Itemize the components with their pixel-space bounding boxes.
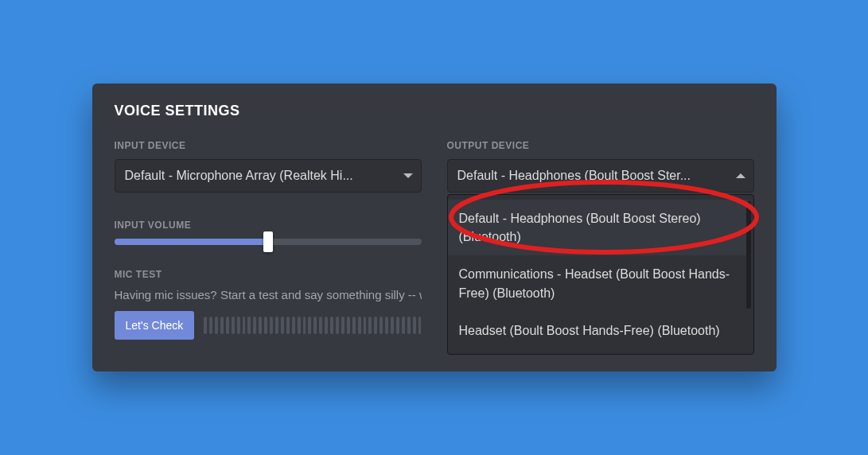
meter-bar — [358, 317, 361, 334]
meter-bar — [391, 317, 394, 334]
meter-bar — [281, 317, 284, 334]
mic-level-meter — [204, 317, 421, 334]
meter-bar — [215, 317, 218, 334]
meter-bar — [385, 317, 388, 334]
dropdown-list: Default - Headphones (Boult Boost Stereo… — [448, 195, 749, 354]
meter-bar — [247, 317, 251, 334]
meter-bar — [264, 317, 267, 334]
output-column: OUTPUT DEVICE Default - Headphones (Boul… — [447, 140, 754, 340]
meter-bar — [313, 317, 317, 334]
output-device-dropdown: Default - Headphones (Boult Boost Stereo… — [447, 194, 754, 355]
meter-bar — [298, 317, 301, 334]
meter-bar — [303, 317, 306, 334]
meter-bar — [374, 317, 377, 334]
chevron-down-icon — [403, 173, 413, 178]
meter-bar — [330, 317, 333, 334]
meter-bar — [418, 317, 422, 334]
voice-settings-panel: VOICE SETTINGS INPUT DEVICE Default - Mi… — [92, 84, 777, 371]
meter-bar — [364, 317, 367, 334]
chevron-up-icon — [736, 173, 745, 178]
meter-bar — [270, 317, 273, 334]
output-option-1[interactable]: Communications - Headset (Boult Boost Ha… — [448, 255, 749, 311]
input-volume-label: INPUT VOLUME — [115, 220, 422, 231]
meter-bar — [237, 317, 240, 334]
meter-bar — [396, 317, 399, 334]
meter-bar — [243, 317, 246, 334]
meter-bar — [368, 317, 372, 334]
meter-bar — [347, 317, 350, 334]
meter-bar — [336, 317, 339, 334]
meter-bar — [259, 317, 262, 334]
meter-bar — [253, 317, 256, 334]
slider-fill — [115, 239, 268, 245]
slider-thumb[interactable] — [263, 231, 273, 252]
output-device-label: OUTPUT DEVICE — [447, 140, 754, 151]
meter-bar — [226, 317, 229, 334]
input-volume-slider[interactable] — [115, 239, 422, 245]
output-option-2[interactable]: Headset (Boult Boost Hands-Free) (Blueto… — [448, 312, 749, 349]
meter-bar — [286, 317, 290, 334]
mic-test-block: MIC TEST Having mic issues? Start a test… — [115, 269, 422, 340]
output-device-value: Default - Headphones (Boult Boost Ster..… — [457, 169, 725, 183]
meter-bar — [341, 317, 344, 334]
input-column: INPUT DEVICE Default - Microphone Array … — [115, 140, 422, 340]
meter-bar — [325, 317, 328, 334]
device-columns: INPUT DEVICE Default - Microphone Array … — [115, 140, 754, 340]
meter-bar — [220, 317, 224, 334]
meter-bar — [319, 317, 322, 334]
output-option-0[interactable]: Default - Headphones (Boult Boost Stereo… — [448, 200, 749, 255]
mic-test-label: MIC TEST — [115, 269, 422, 280]
input-volume-block: INPUT VOLUME — [115, 220, 422, 245]
meter-bar — [380, 317, 383, 334]
lets-check-button[interactable]: Let's Check — [115, 311, 195, 340]
input-device-value: Default - Microphone Array (Realtek Hi..… — [125, 169, 392, 183]
dropdown-scrollbar[interactable] — [746, 201, 751, 309]
output-device-select[interactable]: Default - Headphones (Boult Boost Ster..… — [447, 159, 754, 192]
meter-bar — [352, 317, 356, 334]
meter-bar — [209, 317, 212, 334]
meter-bar — [402, 317, 405, 334]
panel-title: VOICE SETTINGS — [115, 103, 754, 119]
meter-bar — [232, 317, 235, 334]
meter-bar — [308, 317, 311, 334]
meter-bar — [275, 317, 278, 334]
meter-bar — [292, 317, 295, 334]
mic-test-row: Let's Check — [115, 311, 422, 340]
mic-test-help: Having mic issues? Start a test and say … — [115, 288, 422, 301]
input-device-label: INPUT DEVICE — [115, 140, 422, 151]
meter-bar — [407, 317, 411, 334]
input-device-select[interactable]: Default - Microphone Array (Realtek Hi..… — [115, 159, 422, 192]
meter-bar — [204, 317, 207, 334]
meter-bar — [413, 317, 416, 334]
